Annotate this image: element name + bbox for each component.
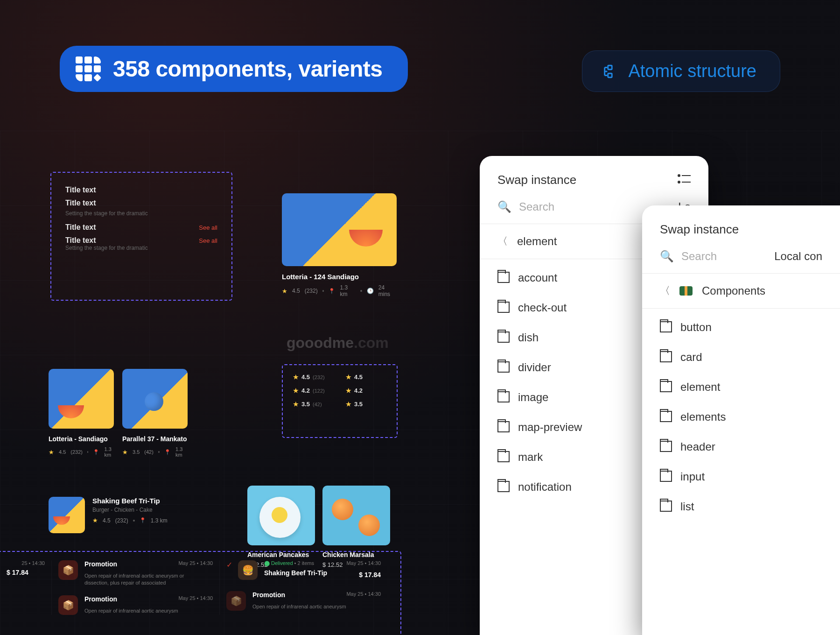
folder-icon	[660, 322, 672, 332]
folder-item[interactable]: input	[651, 462, 831, 492]
star-icon: ★	[346, 374, 351, 381]
breadcrumb-label: Components	[702, 284, 765, 297]
search-icon[interactable]: 🔍	[497, 200, 511, 213]
star-icon: ★	[122, 449, 128, 456]
restaurant-meta: ★ 4.5 (232) 📍 1.3 km 🕒 24 mins	[282, 284, 397, 297]
svg-rect-1	[608, 73, 612, 78]
package-icon: 📦	[58, 560, 78, 580]
pin-icon: 📍	[93, 449, 99, 455]
components-count-pill: 358 components, varients	[60, 46, 408, 92]
title-text-variant: Title text See all	[65, 236, 217, 245]
restaurant-image	[282, 193, 397, 266]
star-icon: ★	[293, 401, 299, 408]
chevron-left-icon: 〈	[497, 234, 508, 248]
time-value: 24 mins	[378, 284, 397, 297]
star-icon: ★	[346, 387, 351, 394]
folder-icon	[497, 392, 510, 402]
see-all-link[interactable]: See all	[199, 224, 217, 231]
restaurant-name: Lotteria - 124 Sandiago	[282, 273, 397, 281]
rating-chip: ★3.5(42)	[293, 401, 334, 408]
star-icon: ★	[293, 387, 299, 394]
panel-title: Swap instance	[660, 222, 739, 237]
pin-icon: 📍	[329, 288, 335, 294]
star-icon: ★	[293, 374, 299, 381]
order-card-delivered[interactable]: ✓ 🍔 ⬤ Delivered • 2 items May 25 • 14:30…	[219, 560, 387, 615]
rating-count: (232)	[305, 288, 318, 294]
restaurant-meta: ★ 4.5 (232) 📍 1.3 km	[49, 446, 114, 458]
delivered-badge: ⬤ Delivered	[264, 560, 293, 566]
title-text-variant: Title text	[65, 186, 217, 194]
folder-icon	[497, 482, 510, 492]
rating-chip: ★4.2(122)	[293, 387, 334, 394]
rating-variants-group: ★4.5(232) ★4.5 ★4.2(122) ★4.2 ★3.5(42) ★…	[282, 364, 398, 438]
order-card-partial[interactable]: 25 • 14:30 $ 17.84	[0, 560, 51, 615]
search-icon[interactable]: 🔍	[660, 250, 674, 263]
component-folder-list: button card element elements header inpu…	[642, 309, 840, 525]
rating-chip: ★4.5(232)	[293, 374, 334, 381]
breadcrumb-back[interactable]: 〈 Components	[642, 274, 840, 309]
dish-tags: Burger - Chicken - Cake	[92, 507, 168, 513]
folder-item[interactable]: card	[651, 342, 831, 372]
search-row: 🔍 Search Local con	[642, 250, 840, 274]
package-icon: 📦	[58, 595, 78, 615]
star-icon: ★	[346, 401, 351, 408]
tree-icon	[602, 64, 618, 79]
star-icon: ★	[49, 449, 54, 456]
folder-icon	[497, 422, 510, 432]
restaurant-name: Parallel 37 - Mankato	[122, 435, 188, 443]
rating-chip: ★4.5	[346, 374, 386, 381]
folder-item[interactable]: button	[651, 312, 831, 342]
burger-icon: 🍔	[238, 560, 258, 580]
star-icon: ★	[282, 288, 287, 295]
package-icon: 📦	[226, 591, 246, 611]
dish-thumb	[49, 497, 85, 533]
restaurant-image	[49, 369, 114, 429]
dish-card-horizontal[interactable]: Shaking Beef Tri-Tip Burger - Chicken - …	[49, 497, 168, 533]
folder-item[interactable]: header	[651, 432, 831, 462]
folder-icon	[497, 332, 510, 343]
scope-dropdown[interactable]: Local con	[774, 250, 822, 263]
star-icon: ★	[92, 517, 98, 524]
rating-chip: ★4.2	[346, 387, 386, 394]
swap-instance-panel: Swap instance 🔍 Search Local con 〈 Compo…	[642, 205, 840, 635]
restaurant-card-small[interactable]: Parallel 37 - Mankato ★ 3.5 (42) 📍 1.3 k…	[122, 369, 188, 458]
search-input[interactable]: Search	[681, 250, 767, 263]
clock-icon: 🕒	[367, 288, 374, 294]
check-icon: ✓	[226, 560, 232, 569]
svg-rect-0	[608, 65, 612, 70]
list-view-icon[interactable]	[678, 173, 691, 187]
restaurant-name: Lotteria - Sandiago	[49, 435, 114, 443]
order-card-variants-group: 25 • 14:30 $ 17.84 📦 PromotionMay 25 • 1…	[0, 551, 401, 635]
components-count-label: 358 components, varients	[113, 56, 383, 82]
svg-point-4	[678, 181, 680, 183]
restaurant-card-small[interactable]: Lotteria - Sandiago ★ 4.5 (232) 📍 1.3 km	[49, 369, 114, 458]
order-card-promo[interactable]: 📦 PromotionMay 25 • 14:30 Open repair of…	[51, 560, 219, 615]
folder-item[interactable]: elements	[651, 402, 831, 432]
watermark-text: gooodme.com	[287, 334, 389, 352]
see-all-link[interactable]: See all	[199, 237, 217, 244]
rating-chip: ★3.5	[346, 401, 386, 408]
folder-item[interactable]: list	[651, 492, 831, 522]
dish-image	[247, 486, 315, 545]
title-text-variant: Title text See all	[65, 223, 217, 232]
folder-icon	[660, 412, 672, 422]
folder-icon	[660, 382, 672, 392]
dish-image	[322, 486, 390, 545]
title-subtitle: Setting the stage for the dramatic	[65, 210, 217, 217]
dish-meta: ★ 4.5 (232) 📍 1.3 km	[92, 517, 168, 524]
breadcrumb-label: element	[517, 235, 557, 248]
folder-icon	[497, 273, 510, 283]
folder-icon	[660, 442, 672, 452]
restaurant-meta: ★ 3.5 (42) 📍 1.3 km	[122, 446, 188, 458]
restaurant-image	[122, 369, 188, 429]
rating-value: 4.5	[292, 288, 300, 294]
chevron-left-icon: 〈	[660, 284, 670, 298]
folder-icon	[497, 452, 510, 462]
folder-item[interactable]: element	[651, 372, 831, 402]
svg-point-2	[678, 175, 680, 176]
title-text-variant: Title text	[65, 199, 217, 207]
atomic-structure-pill: Atomic structure	[582, 50, 780, 92]
restaurant-card-small-row: Lotteria - Sandiago ★ 4.5 (232) 📍 1.3 km…	[49, 369, 188, 458]
restaurant-card-large[interactable]: Lotteria - 124 Sandiago ★ 4.5 (232) 📍 1.…	[282, 193, 397, 297]
title-text-variants-group: Title text Title text Setting the stage …	[50, 172, 232, 301]
